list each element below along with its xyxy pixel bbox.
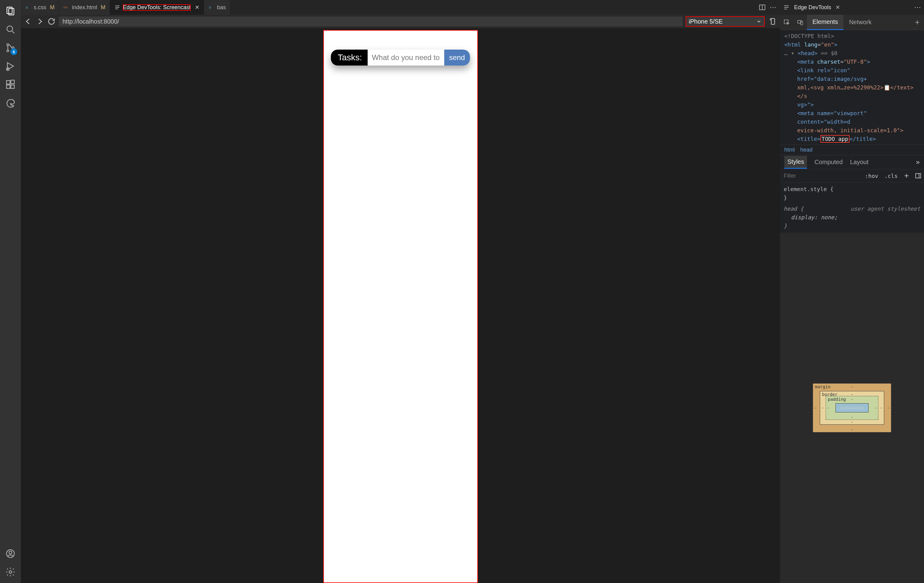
close-icon[interactable]: ✕	[835, 4, 840, 11]
tab-network[interactable]: Network	[843, 15, 877, 30]
more-icon[interactable]: ⋯	[914, 3, 921, 12]
styles-body[interactable]: element.style { } head { user agent styl…	[780, 183, 924, 233]
devtools-tab[interactable]: Edge DevTools ✕ ⋯	[780, 0, 924, 15]
css-file-icon: #	[25, 4, 31, 10]
tab-label: index.html	[72, 4, 97, 11]
device-name: iPhone 5/SE	[689, 18, 723, 25]
tab-label: s.css	[34, 4, 46, 11]
screencast-toolbar: iPhone 5/SE	[21, 15, 780, 28]
scm-badge: 6	[10, 48, 17, 55]
tab-actions: ⋯	[755, 0, 780, 15]
devtools-toolbar: Elements Network	[780, 15, 924, 30]
tab-index-html[interactable]: <> index.html M	[59, 0, 110, 15]
explorer-icon[interactable]	[0, 2, 21, 20]
svg-text:#: #	[26, 5, 28, 10]
run-debug-icon[interactable]	[0, 57, 21, 75]
svg-rect-10	[7, 85, 10, 88]
subtab-computed[interactable]: Computed	[814, 159, 843, 166]
device-toggle-icon[interactable]	[794, 15, 807, 30]
svg-rect-35	[916, 174, 921, 178]
emulated-viewport: Tasks: send	[323, 30, 478, 583]
split-editor-icon[interactable]	[759, 4, 766, 11]
css-file-icon: #	[208, 4, 214, 10]
forward-icon[interactable]	[36, 17, 44, 26]
editor-tab-bar: # s.css M <> index.html M Edge DevTools:…	[21, 0, 780, 15]
svg-rect-24	[771, 18, 775, 25]
hov-toggle[interactable]: :hov	[862, 173, 881, 179]
modified-indicator: M	[50, 4, 54, 11]
new-tab-icon[interactable]	[911, 15, 924, 30]
svg-point-5	[7, 50, 9, 52]
tab-elements[interactable]: Elements	[807, 15, 843, 30]
activity-bar: 6	[0, 0, 21, 583]
reload-icon[interactable]	[47, 17, 56, 26]
search-icon[interactable]	[0, 20, 21, 39]
svg-text:#: #	[209, 5, 211, 10]
dom-tree[interactable]: <!DOCTYPE html> <html lang="en"> … ▾ <he…	[780, 30, 924, 145]
device-emulation-select[interactable]: iPhone 5/SE	[686, 16, 765, 26]
more-icon[interactable]: ⋯	[770, 3, 776, 12]
devtools-panel: Edge DevTools ✕ ⋯ Elements Network <!DOC…	[780, 0, 924, 583]
cls-toggle[interactable]: .cls	[881, 173, 901, 179]
devtools-icon	[783, 4, 790, 11]
todo-label: Tasks:	[331, 49, 367, 66]
svg-rect-12	[11, 80, 14, 84]
devtools-tab-title: Edge DevTools	[794, 4, 831, 11]
tab-base-css[interactable]: # bas	[204, 0, 230, 15]
edge-icon[interactable]	[0, 94, 21, 112]
title-text: TODO app	[820, 135, 850, 143]
svg-point-4	[7, 44, 9, 46]
svg-line-3	[12, 31, 15, 33]
dom-doctype: <!DOCTYPE html>	[784, 33, 834, 39]
todo-form: Tasks: send	[331, 49, 470, 66]
accounts-icon[interactable]	[0, 544, 21, 563]
send-button[interactable]: send	[444, 49, 470, 66]
todo-input[interactable]	[368, 49, 444, 66]
crumb-head[interactable]: head	[800, 147, 812, 153]
svg-rect-11	[11, 85, 14, 88]
screencast-area: Tasks: send	[21, 28, 780, 583]
svg-rect-9	[7, 81, 10, 84]
svg-marker-7	[7, 63, 13, 70]
crumb-html[interactable]: html	[784, 147, 795, 153]
subtab-layout[interactable]: Layout	[850, 159, 868, 166]
svg-point-14	[9, 551, 12, 554]
tab-label: Edge DevTools: Screencast	[123, 4, 191, 11]
toggle-sidebar-icon[interactable]	[915, 172, 922, 179]
subtab-styles[interactable]: Styles	[784, 156, 807, 169]
svg-point-15	[9, 571, 12, 573]
more-tabs-icon[interactable]: »	[916, 158, 920, 166]
svg-point-2	[7, 26, 13, 31]
styles-subtabs: Styles Computed Layout »	[780, 155, 924, 169]
box-model[interactable]: margin - - - - border - - - - padding - …	[780, 233, 924, 583]
breadcrumb: html head	[780, 145, 924, 155]
styles-filter-input[interactable]	[780, 173, 862, 179]
modified-indicator: M	[101, 4, 106, 11]
close-icon[interactable]: ✕	[195, 4, 200, 11]
rotate-icon[interactable]	[769, 18, 777, 25]
extensions-icon[interactable]	[0, 75, 21, 94]
tab-screencast[interactable]: Edge DevTools: Screencast ✕	[110, 0, 204, 15]
styles-filter-row: :hov .cls	[780, 169, 924, 183]
inspect-icon[interactable]	[780, 15, 794, 30]
html-file-icon: <>	[63, 4, 69, 10]
new-style-rule-icon[interactable]	[903, 172, 910, 179]
tab-styles-css[interactable]: # s.css M	[21, 0, 59, 15]
tab-label: bas	[217, 4, 226, 11]
source-control-icon[interactable]: 6	[0, 39, 21, 57]
screencast-icon	[114, 4, 120, 10]
back-icon[interactable]	[24, 17, 33, 26]
url-input[interactable]	[59, 16, 683, 26]
chevron-down-icon	[756, 19, 762, 24]
svg-text:<>: <>	[63, 5, 68, 9]
settings-gear-icon[interactable]	[0, 563, 21, 581]
